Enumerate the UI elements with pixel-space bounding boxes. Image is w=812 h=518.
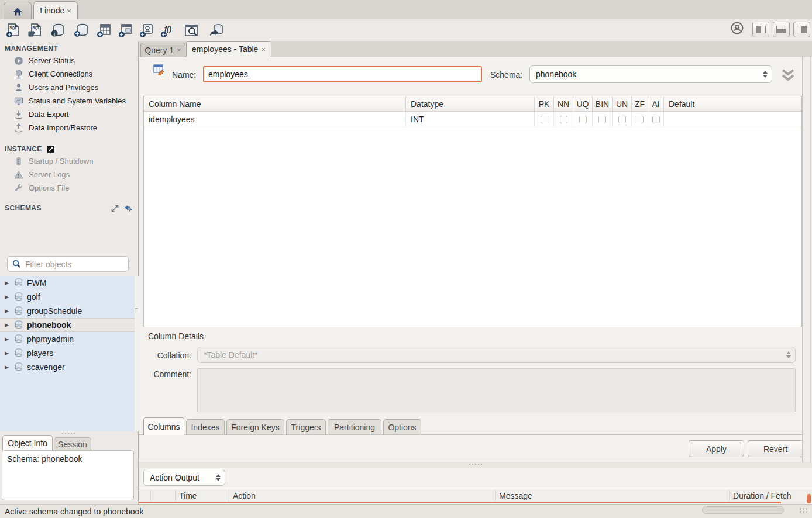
schema-row-phonebook[interactable]: ▶ phonebook — [0, 318, 135, 332]
subtab-triggers[interactable]: Triggers — [286, 419, 326, 434]
column-header-time[interactable]: Time — [175, 489, 229, 502]
sidebar-item-client-connections[interactable]: Client Connections — [0, 67, 138, 81]
expand-header-chevron-icon[interactable] — [780, 69, 796, 82]
collation-select[interactable]: *Table Default* — [197, 347, 796, 363]
tab-session[interactable]: Session — [54, 437, 91, 450]
close-icon[interactable]: × — [177, 46, 181, 54]
home-tab[interactable] — [4, 2, 32, 19]
toggle-bottom-panel-button[interactable] — [773, 22, 790, 37]
expander-icon[interactable]: ▶ — [5, 294, 11, 300]
output-selector[interactable]: Action Output — [143, 469, 225, 486]
tab-employees-table[interactable]: employees - Table × — [186, 41, 271, 57]
cell-column-name[interactable]: idemployees — [144, 112, 406, 127]
pk-checkbox[interactable] — [541, 116, 548, 123]
toggle-left-panel-button[interactable] — [752, 22, 769, 37]
expander-icon[interactable]: ▶ — [5, 308, 11, 314]
refresh-schemas-icon[interactable] — [124, 205, 133, 212]
schema-row-groupschedule[interactable]: ▶ groupSchedule — [0, 304, 135, 318]
column-header[interactable]: Default — [664, 96, 801, 111]
tab-query-1[interactable]: Query 1 × — [140, 43, 185, 57]
column-header[interactable]: ZF — [632, 96, 648, 111]
cell-datatype[interactable]: INT — [406, 112, 535, 127]
column-header[interactable]: BIN — [593, 96, 613, 111]
scrollbar-thumb[interactable] — [807, 494, 811, 503]
sidebar-item-users-privileges[interactable]: Users and Privileges — [0, 81, 138, 94]
new-query-tab-button[interactable]: SQL — [5, 22, 22, 39]
comment-textarea[interactable] — [197, 368, 796, 412]
expander-icon[interactable]: ▶ — [5, 364, 11, 370]
un-checkbox[interactable] — [618, 116, 626, 123]
subtab-foreign-keys[interactable]: Foreign Keys — [226, 419, 284, 434]
svg-text:SQL: SQL — [32, 26, 40, 30]
apply-button[interactable]: Apply — [689, 440, 744, 457]
close-icon[interactable]: × — [261, 45, 266, 54]
schema-row-players[interactable]: ▶ players — [0, 346, 135, 360]
table-name-input[interactable]: employees — [203, 66, 482, 82]
create-view-button[interactable] — [117, 22, 135, 39]
sidebar-item-server-logs[interactable]: Server Logs — [0, 168, 138, 181]
horizontal-scrollbar-thumb[interactable] — [702, 506, 784, 514]
column-header[interactable]: Datatype — [406, 96, 535, 111]
column-header[interactable]: UN — [613, 96, 632, 111]
output-splitter[interactable] — [139, 462, 812, 468]
tab-object-info[interactable]: Object Info — [2, 435, 53, 450]
table-row[interactable]: idemployees INT — [144, 112, 801, 127]
expand-schemas-icon[interactable] — [111, 205, 119, 212]
column-header-action[interactable]: Action — [229, 489, 495, 502]
schema-row-phpmyadmin[interactable]: ▶ phpmyadmin — [0, 332, 135, 346]
expander-icon[interactable]: ▶ — [5, 350, 11, 356]
toggle-right-panel-button[interactable] — [793, 22, 810, 37]
column-header-message[interactable]: Message — [495, 489, 729, 502]
sidebar-item-options-file[interactable]: Options File — [0, 181, 138, 195]
toggle-right-panel-icon — [797, 26, 807, 33]
column-header[interactable]: NN — [554, 96, 573, 111]
column-header-duration[interactable]: Duration / Fetch — [729, 489, 812, 502]
create-table-button[interactable] — [95, 22, 113, 39]
nn-checkbox[interactable] — [560, 116, 567, 123]
open-sql-script-button[interactable]: SQL — [26, 22, 44, 39]
create-schema-button[interactable] — [73, 22, 90, 39]
create-function-button[interactable]: f() — [159, 22, 177, 39]
sidebar-item-data-export[interactable]: Data Export — [0, 108, 138, 121]
subtab-columns[interactable]: Columns — [143, 417, 184, 435]
column-header[interactable]: AI — [648, 96, 664, 111]
expander-icon[interactable]: ▶ — [5, 322, 11, 328]
schema-row-scavenger[interactable]: ▶ scavenger — [0, 360, 135, 374]
search-table-data-button[interactable] — [183, 22, 200, 39]
schema-select[interactable]: phonebook — [529, 65, 772, 83]
splitter-handle[interactable] — [469, 464, 484, 466]
sidebar-item-startup-shutdown[interactable]: Startup / Shutdown — [0, 154, 138, 168]
create-procedure-button[interactable] — [138, 22, 156, 39]
ai-checkbox[interactable] — [652, 116, 660, 123]
schema-row-golf[interactable]: ▶ golf — [0, 290, 135, 304]
subtab-options[interactable]: Options — [383, 419, 421, 434]
column-header[interactable]: Column Name — [144, 96, 406, 111]
users-icon — [14, 83, 23, 92]
close-icon[interactable]: × — [67, 6, 71, 15]
subtab-partitioning[interactable]: Partitioning — [328, 419, 381, 434]
sidebar-item-data-import[interactable]: Data Import/Restore — [0, 121, 138, 134]
cell-default[interactable] — [664, 112, 801, 127]
sidebar-splitter-handle[interactable] — [135, 305, 138, 315]
sidebar-item-server-status[interactable]: Server Status — [0, 54, 138, 67]
schema-filter-input[interactable]: Filter objects — [7, 256, 129, 272]
column-header[interactable]: PK — [535, 96, 554, 111]
schema-row-fwm[interactable]: ▶ FWM — [0, 276, 135, 290]
bin-checkbox[interactable] — [598, 116, 606, 123]
connection-status-button[interactable] — [730, 21, 744, 39]
editor-scrollbar-gutter[interactable] — [802, 57, 812, 462]
panel-splitter-handle[interactable] — [62, 433, 76, 435]
subtab-indexes[interactable]: Indexes — [186, 419, 225, 434]
sidebar-item-system-variables[interactable]: Status and System Variables — [0, 94, 138, 108]
database-icon — [15, 334, 23, 344]
zf-checkbox[interactable] — [636, 116, 644, 123]
connection-tab[interactable]: Linode × — [33, 1, 78, 19]
expander-icon[interactable]: ▶ — [5, 280, 11, 286]
expander-icon[interactable]: ▶ — [5, 336, 11, 342]
resize-grip[interactable] — [799, 507, 807, 514]
column-header[interactable]: UQ — [573, 96, 593, 111]
revert-button[interactable]: Revert — [748, 440, 803, 457]
schema-inspector-button[interactable]: i — [49, 22, 67, 39]
uq-checkbox[interactable] — [579, 116, 587, 123]
data-transfer-wizard-button[interactable] — [207, 22, 225, 39]
